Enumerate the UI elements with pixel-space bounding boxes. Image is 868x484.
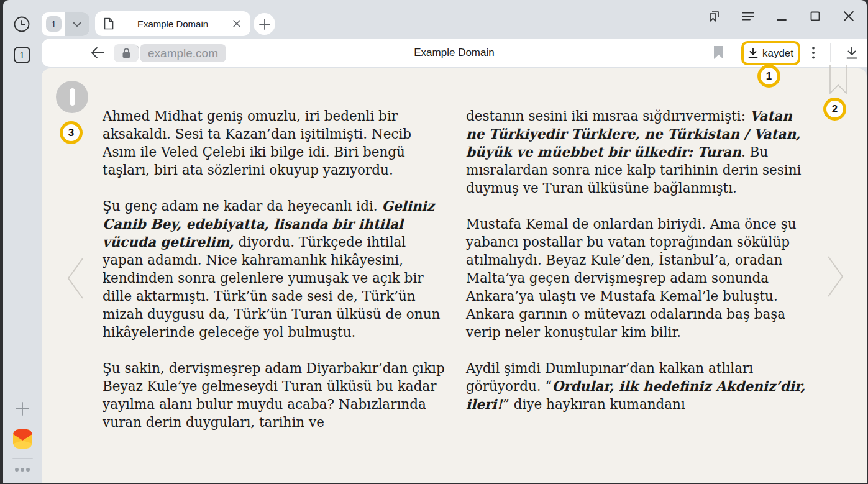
page-document-icon [104,17,114,30]
tab-title: Example Domain [114,19,232,29]
article-paragraph: Şu genç adam ne kadar da heyecanlı idi. … [103,197,445,341]
article-paragraph: Ahmed Midhat geniş omuzlu, iri bedenli b… [103,107,445,179]
save-button-label: kaydet [762,47,793,60]
window-controls [708,7,856,25]
sidebar-more-icon[interactable] [15,467,31,472]
annotation-2-number: 2 [832,103,838,116]
bookmark-flag-icon[interactable] [713,46,724,60]
lock-icon [122,48,131,58]
pause-bar-icon [70,88,75,106]
more-options-icon[interactable] [807,45,820,60]
tab-group-control[interactable]: 1 [42,12,89,36]
annotation-2: 2 [823,98,846,121]
sidebar-panel-badge[interactable]: 1 [14,47,30,63]
annotation-3-number: 3 [68,127,74,139]
site-security-badge[interactable] [114,44,139,62]
article-paragraph: Aydil şimdi Dumlupınar’dan kalkan atlıla… [466,359,809,413]
article-column-right: destanın sesini iki mısraa sığdırıvermiş… [466,107,809,431]
new-tab-button[interactable] [254,13,275,35]
minimize-icon[interactable] [775,9,788,23]
back-icon[interactable] [90,46,105,60]
toolbar-divider [830,43,831,62]
annotation-1: 1 [757,65,780,88]
article-paragraph: Mustafa Kemal de onlardan biriydi. Ama ö… [466,215,809,341]
address-bar[interactable]: example.com [140,44,226,62]
previous-page-chevron[interactable] [65,257,85,300]
next-page-chevron[interactable] [826,255,846,298]
bookmarks-panel-icon[interactable] [708,9,721,23]
tab-close-icon[interactable] [232,19,242,29]
address-toolbar: example.com Example Domain kaydet [42,39,867,67]
browser-tab[interactable]: Example Domain [95,11,250,36]
url-text: example.com [148,47,218,60]
listen-pause-button[interactable] [56,81,88,113]
page-title: Example Domain [290,39,618,67]
browser-window: 1 Example Domain [3,0,867,483]
tab-group-dropdown[interactable] [65,12,89,36]
maximize-icon[interactable] [808,9,822,23]
article-paragraph: destanın sesini iki mısraa sığdırıvermiş… [466,107,809,197]
mail-app-icon[interactable] [13,429,32,449]
annotation-3: 3 [60,121,83,144]
tab-counter-badge[interactable]: 1 [46,16,62,32]
save-button[interactable]: kaydet [741,41,800,65]
reader-page: Ahmed Midhat geniş omuzlu, iri bedenli b… [42,68,867,483]
save-download-icon [748,48,758,58]
sidebar-add-icon[interactable] [14,401,30,417]
close-icon[interactable] [842,9,856,23]
annotation-1-number: 1 [766,70,772,83]
downloads-icon[interactable] [844,45,859,60]
history-icon[interactable] [13,16,30,33]
menu-icon[interactable] [741,9,755,23]
article-paragraph: Şu sakin, dervişmeşrep adam Diyarbakır’d… [103,359,445,431]
article-column-left: Ahmed Midhat geniş omuzlu, iri bedenli b… [103,107,445,449]
sidebar-divider [12,458,33,459]
chevron-down-icon [73,22,81,27]
bookmark-ribbon-icon[interactable] [829,65,847,94]
